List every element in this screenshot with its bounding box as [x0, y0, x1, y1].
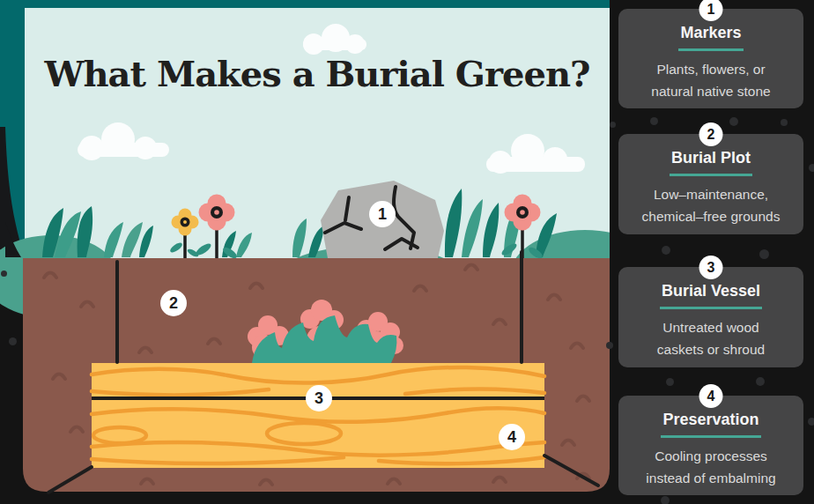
- decor-dot: [729, 117, 738, 126]
- card-description: Plants, flowers, or natural native stone: [618, 58, 803, 102]
- card-number-badge: 4: [699, 384, 723, 408]
- decor-dot: [781, 119, 788, 126]
- decor-dot: [756, 377, 765, 386]
- wooden-casket-icon: [92, 363, 544, 468]
- decor-dot: [662, 246, 670, 255]
- card-title: Burial Vessel: [660, 282, 762, 309]
- card-number-badge: 1: [699, 0, 723, 21]
- card-title: Burial Plot: [670, 149, 752, 176]
- marker-2-badge: 2: [160, 290, 187, 316]
- card-number-badge: 2: [699, 122, 723, 146]
- card-markers: 1 Markers Plants, flowers, or natural na…: [618, 9, 803, 108]
- card-description-line: Cooling processes: [655, 448, 767, 463]
- burial-illustration-panel: What Makes a Burial Green? 1 2 3 4: [0, 0, 610, 504]
- card-description-line: natural native stone: [651, 84, 770, 99]
- decor-dot: [666, 378, 674, 386]
- card-preservation: 4 Preservation Cooling processes instead…: [618, 396, 803, 495]
- card-number-badge: 3: [699, 256, 723, 279]
- marker-4-badge: 4: [499, 424, 525, 450]
- card-title: Markers: [678, 24, 743, 51]
- card-description: Low–maintenance, chemical–free grounds: [618, 183, 803, 227]
- card-description: Cooling processes instead of embalming: [618, 445, 803, 489]
- decor-dot: [610, 122, 616, 128]
- card-title: Preservation: [661, 411, 760, 438]
- decor-dot: [809, 164, 814, 172]
- card-description-line: caskets or shroud: [657, 342, 765, 357]
- marker-1-badge: 1: [369, 201, 396, 227]
- card-description-line: instead of embalming: [646, 471, 775, 485]
- card-description: Untreated wood caskets or shroud: [618, 316, 803, 360]
- decor-dot: [1, 271, 7, 277]
- decor-dot: [9, 337, 17, 345]
- decor-dot: [650, 117, 658, 125]
- infographic-title: What Makes a Burial Green?: [25, 53, 610, 94]
- card-burial-plot: 2 Burial Plot Low–maintenance, chemical–…: [618, 134, 803, 234]
- decor-dot: [759, 249, 769, 259]
- legend-sidebar: 1 Markers Plants, flowers, or natural na…: [610, 0, 814, 504]
- card-description-line: Untreated wood: [662, 320, 758, 335]
- decor-dot: [808, 418, 814, 426]
- marker-3-badge: 3: [306, 385, 332, 411]
- decor-dot: [606, 342, 613, 349]
- decor-dot: [661, 496, 670, 504]
- card-burial-vessel: 3 Burial Vessel Untreated wood caskets o…: [618, 267, 803, 367]
- card-description-line: chemical–free grounds: [642, 209, 781, 224]
- card-description-line: Low–maintenance,: [654, 187, 768, 202]
- card-description-line: Plants, flowers, or: [656, 62, 765, 77]
